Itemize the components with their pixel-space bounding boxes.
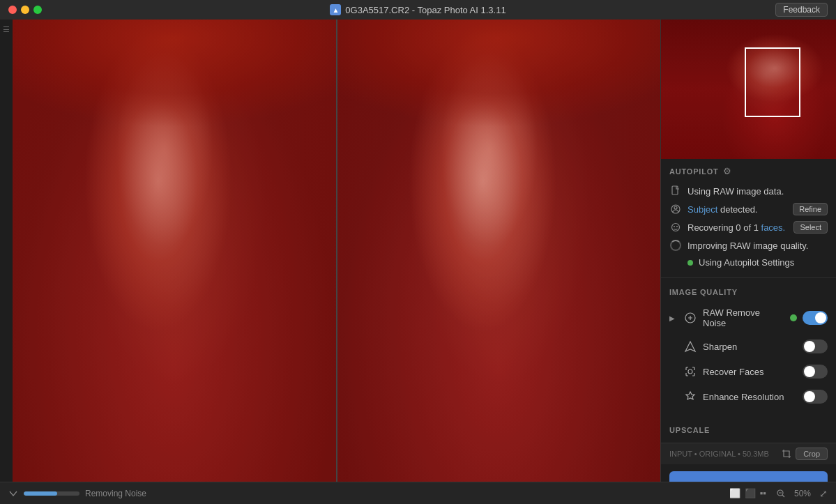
enhance-resolution-item[interactable]: ▶ Enhance Resolution — [661, 384, 836, 409]
green-dot-icon — [687, 260, 693, 266]
image-quality-title: IMAGE QUALITY — [669, 288, 738, 296]
recover-faces-label: Recover Faces — [703, 367, 797, 377]
progress-track — [24, 491, 79, 496]
progress-fill — [24, 491, 57, 496]
right-panel: AUTOPILOT ⚙ Using RAW image data. — [660, 20, 836, 482]
svg-marker-7 — [685, 342, 695, 351]
recover-faces-toggle[interactable] — [803, 365, 828, 379]
face-icon — [669, 221, 682, 234]
maximize-button[interactable] — [33, 6, 42, 14]
raw-remove-noise-toggle[interactable] — [803, 311, 828, 325]
single-view-icon[interactable]: ⬜ — [728, 487, 742, 500]
bottom-left: Removing Noise — [8, 489, 722, 498]
bottom-bar: Removing Noise ⬜ ⬛ ▪▪ 50% ⤢ — [0, 482, 836, 504]
raw-quality-row: Improving RAW image quality. — [669, 236, 828, 254]
input-label: INPUT • ORIGINAL • 50.3MB — [669, 450, 782, 458]
after-image-panel — [337, 20, 661, 482]
svg-point-4 — [674, 226, 675, 227]
raw-data-text: Using RAW image data. — [687, 186, 828, 197]
expand-icon: ▶ — [669, 314, 678, 322]
recover-faces-item[interactable]: ▶ Recover Faces — [661, 359, 836, 384]
sharpen-label: Sharpen — [703, 342, 797, 352]
zoom-out-icon[interactable] — [776, 489, 786, 498]
window-title: ▲ 0G3A5517.CR2 - Topaz Photo AI 1.3.11 — [330, 4, 506, 15]
input-info-bar: INPUT • ORIGINAL • 50.3MB Crop — [661, 443, 836, 464]
feedback-button[interactable]: Feedback — [775, 3, 828, 17]
svg-point-5 — [676, 226, 678, 227]
main-content: ☰ — [0, 20, 836, 482]
noise-icon — [683, 311, 697, 325]
crop-button[interactable]: Crop — [796, 448, 828, 460]
layers-icon[interactable]: ☰ — [3, 25, 10, 34]
svg-rect-0 — [672, 186, 678, 194]
file-icon — [669, 185, 682, 197]
svg-point-8 — [688, 369, 692, 374]
split-view-icon[interactable]: ⬛ — [743, 487, 757, 500]
subject-icon — [669, 203, 682, 215]
face-recover-icon — [683, 365, 697, 379]
upscale-title: UPSCALE — [669, 426, 710, 434]
left-sidebar: ☰ — [0, 20, 13, 482]
faces-text: Recovering 0 of 1 faces. — [687, 222, 788, 233]
image-area — [13, 20, 660, 482]
image-quality-header: IMAGE QUALITY — [661, 285, 836, 302]
select-button[interactable]: Select — [793, 221, 828, 234]
bottom-center: ⬜ ⬛ ▪▪ 50% ⤢ — [728, 487, 828, 500]
upscale-section: UPSCALE — [661, 416, 836, 443]
enhance-resolution-toggle[interactable] — [803, 390, 828, 404]
compare-view-icon[interactable]: ▪▪ — [759, 487, 768, 500]
autopilot-section: AUTOPILOT ⚙ Using RAW image data. — [661, 159, 836, 278]
autopilot-settings-row: Using Autopilot Settings — [669, 254, 828, 270]
app-icon: ▲ — [330, 4, 341, 15]
view-options: ⬜ ⬛ ▪▪ — [728, 487, 768, 500]
autopilot-title: AUTOPILOT — [669, 167, 719, 176]
crop-icon — [782, 449, 791, 459]
raw-data-row: Using RAW image data. — [669, 182, 828, 200]
enhance-resolution-label: Enhance Resolution — [703, 392, 797, 402]
traffic-lights — [8, 6, 42, 14]
svg-point-2 — [674, 206, 677, 209]
before-image-panel — [13, 20, 336, 482]
faces-row: Recovering 0 of 1 faces. Select — [669, 218, 828, 236]
titlebar: ▲ 0G3A5517.CR2 - Topaz Photo AI 1.3.11 F… — [0, 0, 836, 20]
autopilot-settings-icon[interactable]: ⚙ — [723, 166, 731, 176]
expand-bottom-icon[interactable] — [8, 489, 18, 498]
active-indicator — [790, 314, 797, 321]
refine-button[interactable]: Refine — [793, 203, 828, 215]
autopilot-header: AUTOPILOT ⚙ — [669, 166, 828, 176]
raw-remove-noise-item[interactable]: ▶ RAW Remove Noise — [661, 302, 836, 334]
faces-highlight: faces. — [761, 222, 786, 233]
image-quality-section: IMAGE QUALITY ▶ RAW Remove Noise — [661, 278, 836, 416]
zoom-level: 50% — [794, 489, 811, 498]
subject-row: Subject detected. Refine — [669, 200, 828, 218]
sharpen-toggle[interactable] — [803, 339, 828, 353]
raw-quality-text: Improving RAW image quality. — [687, 240, 828, 251]
raw-remove-noise-label: RAW Remove Noise — [703, 307, 784, 328]
enhance-icon — [683, 390, 697, 404]
status-text: Removing Noise — [85, 489, 146, 498]
sharpen-icon — [683, 339, 697, 353]
subject-text: Subject detected. — [687, 204, 787, 215]
thumbnail-area — [661, 20, 836, 159]
crop-area: Crop — [782, 448, 828, 460]
expand-icon[interactable]: ⤢ — [819, 488, 828, 499]
save-image-button[interactable]: Save Image — [669, 471, 828, 482]
spinner-icon — [669, 239, 682, 252]
autopilot-settings-text: Using Autopilot Settings — [699, 257, 828, 268]
sharpen-item[interactable]: ▶ Sharpen — [661, 334, 836, 359]
close-button[interactable] — [8, 6, 17, 14]
svg-point-3 — [672, 224, 680, 231]
subject-highlight: Subject — [687, 204, 717, 215]
minimize-button[interactable] — [21, 6, 29, 14]
